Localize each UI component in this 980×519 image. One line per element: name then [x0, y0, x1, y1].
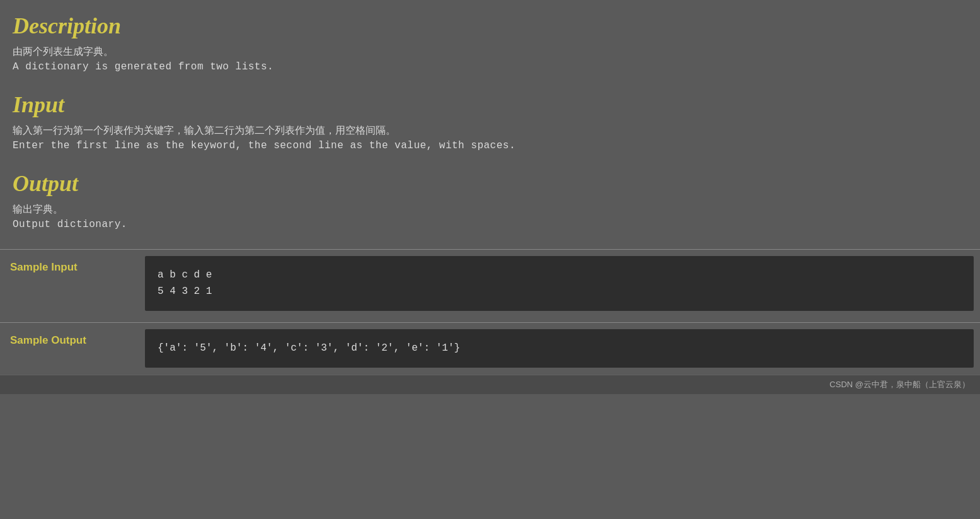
- description-text-en: A dictionary is generated from two lists…: [13, 61, 967, 73]
- footer-bar: CSDN @云中君，泉中船（上官云泉）: [0, 375, 980, 394]
- sample-input-line2: 5 4 3 2 1: [158, 284, 961, 300]
- main-content: Description 由两个列表生成字典。 A dictionary is g…: [0, 0, 980, 230]
- input-title: Input: [13, 91, 967, 118]
- sample-input-line1: a b c d e: [158, 267, 961, 284]
- description-text-cn: 由两个列表生成字典。: [13, 45, 967, 59]
- sample-input-content: a b c d e 5 4 3 2 1: [139, 250, 980, 318]
- output-section: Output 输出字典。 Output dictionary.: [13, 170, 967, 230]
- input-text-en: Enter the first line as the keyword, the…: [13, 140, 967, 151]
- input-text-cn: 输入第一行为第一个列表作为关键字，输入第二行为第二个列表作为值，用空格间隔。: [13, 124, 967, 137]
- sample-output-box: {'a': '5', 'b': '4', 'c': '3', 'd': '2',…: [145, 329, 974, 368]
- footer-text: CSDN @云中君，泉中船（上官云泉）: [829, 380, 970, 389]
- sample-output-label: Sample Output: [0, 322, 139, 375]
- sample-input-box: a b c d e 5 4 3 2 1: [145, 256, 974, 311]
- sample-output-value: {'a': '5', 'b': '4', 'c': '3', 'd': '2',…: [158, 341, 961, 357]
- sample-input-label: Sample Input: [0, 250, 139, 318]
- spacer-row: [0, 317, 980, 322]
- sample-output-row: Sample Output {'a': '5', 'b': '4', 'c': …: [0, 322, 980, 375]
- sample-table: Sample Input a b c d e 5 4 3 2 1 Sample …: [0, 249, 980, 375]
- sample-output-content: {'a': '5', 'b': '4', 'c': '3', 'd': '2',…: [139, 322, 980, 375]
- output-text-cn: 输出字典。: [13, 203, 967, 216]
- input-section: Input 输入第一行为第一个列表作为关键字，输入第二行为第二个列表作为值，用空…: [13, 91, 967, 151]
- output-text-en: Output dictionary.: [13, 219, 967, 230]
- description-section: Description 由两个列表生成字典。 A dictionary is g…: [13, 13, 967, 73]
- description-title: Description: [13, 13, 967, 39]
- sample-input-row: Sample Input a b c d e 5 4 3 2 1: [0, 250, 980, 318]
- output-title: Output: [13, 170, 967, 197]
